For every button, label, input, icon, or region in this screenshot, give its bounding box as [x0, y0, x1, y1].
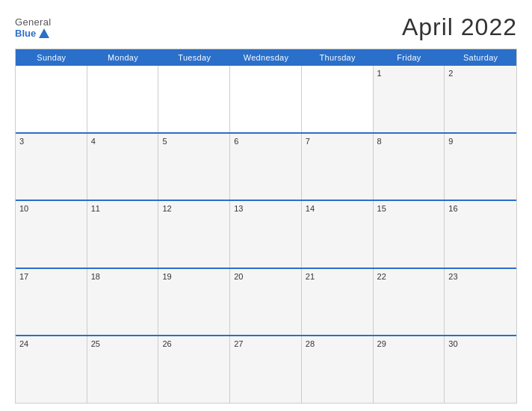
- day-cell: 13: [230, 201, 302, 268]
- day-cell: 15: [374, 201, 445, 268]
- day-number: 28: [306, 339, 315, 348]
- day-cell: 30: [445, 336, 516, 403]
- day-cell: 28: [302, 336, 374, 403]
- day-cell: 14: [302, 201, 374, 268]
- day-number: 27: [234, 339, 243, 348]
- week-row-5: 24252627282930: [16, 335, 516, 403]
- day-cell: 9: [445, 134, 516, 200]
- day-number: 20: [234, 272, 243, 281]
- day-cell: 25: [87, 336, 159, 403]
- weeks: 1234567891011121314151617181920212223242…: [16, 66, 516, 403]
- day-number: 17: [19, 272, 28, 281]
- day-number: 3: [19, 137, 24, 146]
- day-cell: 7: [302, 134, 374, 200]
- day-headers: SundayMondayTuesdayWednesdayThursdayFrid…: [16, 49, 516, 66]
- day-header-wednesday: Wednesday: [230, 49, 302, 66]
- week-row-2: 3456789: [16, 132, 516, 200]
- day-cell: 21: [302, 269, 374, 336]
- day-cell: 27: [230, 336, 302, 403]
- day-number: 10: [19, 204, 28, 213]
- day-number: 22: [377, 272, 386, 281]
- day-header-thursday: Thursday: [302, 49, 374, 66]
- day-number: 11: [91, 204, 100, 213]
- day-number: 26: [162, 339, 171, 348]
- day-header-friday: Friday: [374, 49, 445, 66]
- day-cell: 11: [87, 201, 159, 268]
- day-cell: 12: [158, 201, 230, 268]
- day-number: 30: [448, 339, 457, 348]
- day-header-saturday: Saturday: [445, 49, 516, 66]
- day-number: 2: [448, 69, 453, 78]
- day-number: 6: [234, 137, 238, 146]
- day-number: 13: [234, 204, 243, 213]
- calendar-page: General Blue April 2022 SundayMondayTues…: [0, 0, 532, 411]
- day-cell: 6: [230, 134, 302, 200]
- day-number: 9: [448, 137, 453, 146]
- day-cell: 16: [445, 201, 516, 268]
- logo-blue-row: Blue: [15, 28, 49, 39]
- logo-blue-text: Blue: [15, 28, 36, 39]
- day-cell: 19: [158, 269, 230, 336]
- day-cell: 18: [87, 269, 159, 336]
- day-cell: 3: [16, 134, 87, 200]
- day-cell: [87, 66, 159, 132]
- day-number: 15: [377, 204, 386, 213]
- day-header-monday: Monday: [87, 49, 159, 66]
- day-cell: 4: [87, 134, 159, 200]
- day-number: 4: [91, 137, 96, 146]
- day-cell: 20: [230, 269, 302, 336]
- day-number: 12: [162, 204, 171, 213]
- day-cell: [158, 66, 230, 132]
- day-number: 18: [91, 272, 100, 281]
- day-number: 16: [448, 204, 457, 213]
- day-number: 24: [19, 339, 28, 348]
- day-cell: 24: [16, 336, 87, 403]
- day-number: 19: [162, 272, 171, 281]
- day-cell: 17: [16, 269, 87, 336]
- week-row-4: 17181920212223: [16, 268, 516, 336]
- day-cell: 26: [158, 336, 230, 403]
- calendar: SundayMondayTuesdayWednesdayThursdayFrid…: [15, 49, 517, 404]
- day-cell: [230, 66, 302, 132]
- day-number: 23: [448, 272, 457, 281]
- day-number: 1: [377, 69, 382, 78]
- day-cell: 1: [374, 66, 445, 132]
- day-cell: 2: [445, 66, 516, 132]
- day-cell: 23: [445, 269, 516, 336]
- day-cell: [302, 66, 374, 132]
- day-number: 14: [306, 204, 315, 213]
- day-cell: 22: [374, 269, 445, 336]
- day-cell: 10: [16, 201, 87, 268]
- day-number: 21: [306, 272, 315, 281]
- logo-general-text: General: [15, 16, 51, 28]
- week-row-3: 10111213141516: [16, 200, 516, 268]
- logo: General Blue: [15, 16, 51, 39]
- day-number: 5: [162, 137, 167, 146]
- day-header-tuesday: Tuesday: [158, 49, 230, 66]
- header: General Blue April 2022: [15, 13, 517, 41]
- day-number: 7: [306, 137, 310, 146]
- day-number: 25: [91, 339, 100, 348]
- day-cell: 29: [374, 336, 445, 403]
- month-title: April 2022: [402, 13, 517, 41]
- day-number: 29: [377, 339, 386, 348]
- day-number: 8: [377, 137, 382, 146]
- logo-triangle-icon: [39, 28, 49, 38]
- day-cell: 5: [158, 134, 230, 200]
- day-cell: [16, 66, 87, 132]
- day-cell: 8: [374, 134, 445, 200]
- week-row-1: 12: [16, 66, 516, 132]
- day-header-sunday: Sunday: [16, 49, 87, 66]
